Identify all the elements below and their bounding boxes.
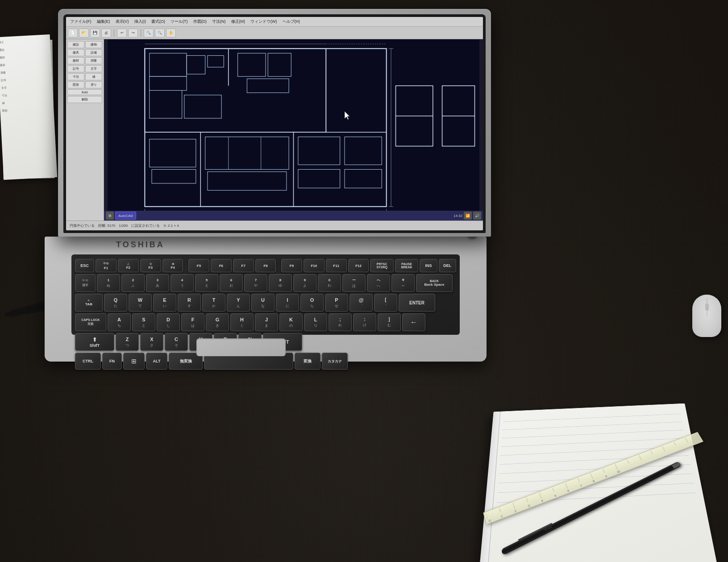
panel-item-moji[interactable]: 文字 xyxy=(85,65,102,72)
key-f11[interactable]: F11 xyxy=(326,259,347,272)
key-f4[interactable]: ◉F4 xyxy=(162,259,183,272)
cad-tool-print[interactable]: 🖨 xyxy=(101,29,111,37)
key-f12[interactable]: F12 xyxy=(348,259,369,272)
key-c[interactable]: Cそ xyxy=(165,333,188,351)
key-k[interactable]: Kの xyxy=(279,313,303,331)
key-t[interactable]: Tか xyxy=(202,294,225,312)
key-fn-bottom[interactable]: FN xyxy=(102,353,122,370)
key-f1[interactable]: 半/全F1 xyxy=(96,259,116,272)
cad-menu-file[interactable]: ファイル(F) xyxy=(68,18,94,25)
panel-item-kensestu[interactable]: 建設 xyxy=(67,41,84,48)
key-5[interactable]: 5え xyxy=(195,274,218,292)
key-alt[interactable]: ALT xyxy=(146,353,167,370)
key-p[interactable]: Pせ xyxy=(325,294,348,312)
taskbar-start[interactable]: ⊞ xyxy=(106,212,114,220)
key-s[interactable]: Sと xyxy=(132,313,155,331)
key-d[interactable]: Dし xyxy=(157,313,180,331)
key-f10[interactable]: F10 xyxy=(304,259,324,272)
cad-menu-tools[interactable]: ツール(T) xyxy=(168,18,190,25)
key-yen[interactable]: ￥ー xyxy=(391,274,415,292)
key-ctrl[interactable]: CTRL xyxy=(75,353,101,370)
cad-menu-window[interactable]: ウィンドウ(W) xyxy=(248,18,279,25)
key-z[interactable]: Zつ xyxy=(116,333,139,351)
key-a[interactable]: Aち xyxy=(108,313,131,331)
cad-menu-modify[interactable]: 修正(M) xyxy=(229,18,248,25)
key-3[interactable]: 3あ xyxy=(146,274,169,292)
cad-menu-format[interactable]: 書式(O) xyxy=(149,18,167,25)
key-return-arrow[interactable]: ← xyxy=(402,313,425,331)
key-f9[interactable]: F9 xyxy=(281,259,302,272)
key-minus[interactable]: ーほ xyxy=(342,274,366,292)
key-f5[interactable]: F5 xyxy=(188,259,209,272)
panel-item-setsubi[interactable]: 設備 xyxy=(85,49,102,56)
taskbar-cad-app[interactable]: AutoCAD xyxy=(115,212,136,220)
cad-menu-view[interactable]: 表示(V) xyxy=(113,18,131,25)
panel-item-nuri[interactable]: 塗り xyxy=(85,81,102,88)
key-4[interactable]: 4う xyxy=(171,274,194,292)
cad-menu-draw[interactable]: 作図(D) xyxy=(191,18,209,25)
key-bracket-close[interactable]: ]む xyxy=(378,313,401,331)
key-shift-left[interactable]: ⬆ShIfT xyxy=(75,333,114,351)
key-semicolon[interactable]: ;れ xyxy=(329,313,352,331)
key-9[interactable]: 9よ xyxy=(293,274,316,292)
key-h[interactable]: Hく xyxy=(230,313,254,331)
panel-item-sen[interactable]: 線 xyxy=(85,73,102,80)
key-henkan[interactable]: 変換 xyxy=(295,353,320,370)
key-g[interactable]: Gき xyxy=(206,313,229,331)
key-tab[interactable]: KTAB xyxy=(75,294,103,312)
key-q[interactable]: Qた xyxy=(104,294,127,312)
key-caps-lock[interactable]: CAPS LOCK英数 xyxy=(75,313,106,331)
panel-item-kaijo[interactable]: 解除 xyxy=(67,96,102,103)
key-e[interactable]: Eい xyxy=(153,294,176,312)
touchpad[interactable] xyxy=(196,338,286,356)
key-j[interactable]: Jま xyxy=(255,313,278,331)
key-hat[interactable]: へへ xyxy=(367,274,390,292)
key-f7[interactable]: F7 xyxy=(233,259,254,272)
cad-tool-redo[interactable]: ↪ xyxy=(128,29,138,37)
panel-item-sokuryo[interactable]: 測量 xyxy=(85,57,102,64)
key-2[interactable]: 2ふ xyxy=(121,274,145,292)
key-ins[interactable]: INS xyxy=(420,259,437,272)
cad-menu-insert[interactable]: 挿入(I) xyxy=(132,18,149,25)
cad-tool-zoom-in[interactable]: 🔍 xyxy=(144,29,154,37)
key-f2[interactable]: △F2 xyxy=(118,259,139,272)
key-hankaku[interactable]: 半/全漢字 xyxy=(75,274,96,292)
cad-tool-zoom-out[interactable]: 🔍 xyxy=(155,29,165,37)
cad-menu-help[interactable]: ヘルプ(H) xyxy=(280,18,303,25)
key-8[interactable]: 8ゆ xyxy=(269,274,292,292)
cad-tool-save[interactable]: 💾 xyxy=(90,29,100,37)
key-prtsc[interactable]: PRTSCSYSRQ xyxy=(370,259,393,272)
key-bracket-open[interactable]: [「 xyxy=(374,294,397,312)
panel-item-tateme[interactable]: 建物 xyxy=(85,41,102,48)
cad-menu-dim[interactable]: 寸法(N) xyxy=(210,18,228,25)
cad-menu-edit[interactable]: 編集(E) xyxy=(95,18,112,25)
key-f[interactable]: Fは xyxy=(181,313,204,331)
key-7[interactable]: 7や xyxy=(244,274,267,292)
cad-tool-undo[interactable]: ↩ xyxy=(117,29,127,37)
key-backspace[interactable]: BACKBack Space xyxy=(416,274,453,292)
key-w[interactable]: Wて xyxy=(129,294,152,312)
taskbar-sound[interactable]: 🔊 xyxy=(473,212,481,220)
cad-tool-new[interactable]: 📄 xyxy=(68,29,78,37)
key-f8[interactable]: F8 xyxy=(255,259,276,272)
key-0[interactable]: 0わ xyxy=(318,274,341,292)
key-l[interactable]: Lり xyxy=(304,313,327,331)
taskbar-network[interactable]: 📶 xyxy=(464,212,472,220)
key-f3[interactable]: ◎F3 xyxy=(140,259,161,272)
panel-item-zukei[interactable]: 図形 xyxy=(67,81,84,88)
key-f6[interactable]: F6 xyxy=(211,259,232,272)
key-u[interactable]: Uな xyxy=(251,294,275,312)
key-1[interactable]: 1ぬ xyxy=(97,274,120,292)
key-o[interactable]: Oら xyxy=(300,294,324,312)
key-enter[interactable]: ENTER xyxy=(399,294,435,312)
cad-tool-open[interactable]: 📂 xyxy=(79,29,89,37)
panel-item-sunpo[interactable]: 寸法 xyxy=(67,73,84,80)
panel-item-kigo[interactable]: 記号 xyxy=(67,65,84,72)
panel-item-tategu[interactable]: 建具 xyxy=(67,49,84,56)
key-y[interactable]: Yん xyxy=(227,294,250,312)
key-pause[interactable]: PAUSEBREAK xyxy=(395,259,418,272)
panel-item-kenzai[interactable]: 建材 xyxy=(67,57,84,64)
key-win[interactable]: ⊞ xyxy=(123,353,145,370)
key-r[interactable]: Rす xyxy=(178,294,201,312)
key-at[interactable]: @゛ xyxy=(349,294,373,312)
